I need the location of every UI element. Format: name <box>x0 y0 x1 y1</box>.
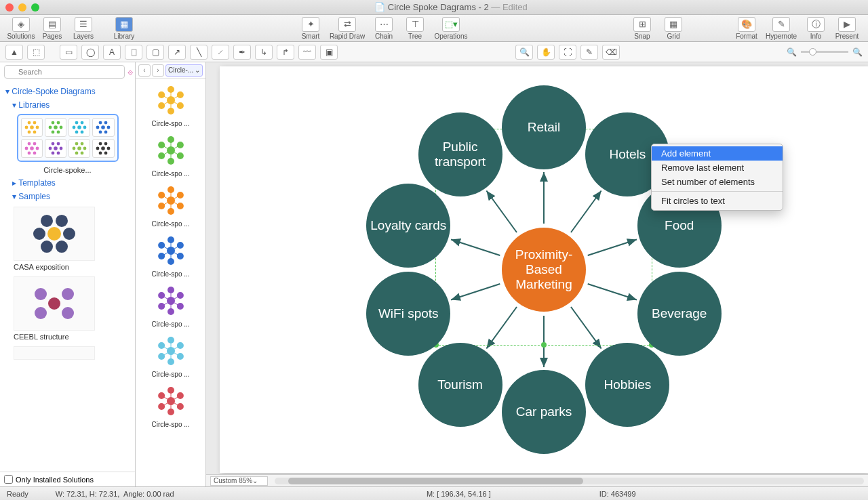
library-item[interactable]: Circle-spo ... <box>136 332 205 378</box>
svg-point-39 <box>48 147 52 150</box>
outer-node-wifi-spots[interactable]: WiFi spots <box>366 272 450 356</box>
present-button[interactable]: ▶Present <box>833 17 861 40</box>
library-thumb-grid[interactable] <box>17 114 119 162</box>
horizontal-scrollbar[interactable] <box>275 478 864 484</box>
canvas[interactable]: Proximity- Based Marketing RetailHotelsF… <box>206 62 868 486</box>
text-tool[interactable]: A <box>103 45 121 60</box>
chain-button[interactable]: ⋯Chain <box>370 17 398 40</box>
svg-point-72 <box>176 91 183 98</box>
format-button[interactable]: 🎨Format <box>732 17 761 40</box>
snap-button[interactable]: ⊞Snap <box>628 17 656 40</box>
outer-node-hobbies[interactable]: Hobbies <box>585 343 669 427</box>
ctx-fit-circles[interactable]: Fit circles to text <box>652 194 783 208</box>
library-item[interactable]: Circle-spo ... <box>136 382 205 428</box>
zoom-window-button[interactable] <box>31 3 39 12</box>
sample-ceebl[interactable]: CEEBL structure <box>14 276 130 341</box>
outer-node-loyalty-cards[interactable]: Loyalty cards <box>366 184 450 268</box>
svg-point-12 <box>51 121 54 125</box>
zoom-select[interactable]: Custom 85% ⌄ <box>210 476 268 486</box>
arrow-tool[interactable]: ↗ <box>168 45 186 60</box>
callout-tool[interactable]: ▢ <box>146 45 164 60</box>
ctx-set-number[interactable]: Set number of elements <box>652 175 783 189</box>
zoom-out-icon[interactable]: 🔍 <box>787 47 797 57</box>
svg-point-24 <box>99 131 102 134</box>
outer-node-public-transport[interactable]: Public transport <box>418 112 502 196</box>
stamp-tool[interactable]: ⛶ <box>559 45 576 60</box>
eyedropper-tool[interactable]: ✎ <box>580 45 598 60</box>
svg-point-8 <box>59 126 62 129</box>
zoom-slider[interactable]: 🔍 🔍 <box>787 47 863 57</box>
rapid-draw-icon: ⇄ <box>338 17 356 32</box>
layers-button[interactable]: ☰Layers <box>69 17 98 40</box>
operations-icon: ⬚▾ <box>442 17 460 32</box>
minimize-window-button[interactable] <box>18 3 26 12</box>
hand-tool[interactable]: ✋ <box>537 45 555 60</box>
eraser-tool[interactable]: ⌫ <box>602 45 620 60</box>
magnify-tool[interactable]: 🔍 <box>515 45 533 60</box>
smart-button[interactable]: ✦Smart <box>296 17 325 40</box>
solutions-button[interactable]: ◈Solutions <box>7 17 35 40</box>
tree-root[interactable]: ▾ Circle-Spoke Diagrams <box>5 87 130 96</box>
svg-point-93 <box>158 142 165 148</box>
crop-tool[interactable]: ▣ <box>320 45 338 60</box>
connector2-tool[interactable]: ↱ <box>277 45 294 60</box>
pages-button[interactable]: ▤Pages <box>38 17 66 40</box>
tree-samples[interactable]: ▾ Samples <box>12 192 130 201</box>
ellipse-tool[interactable]: ◯ <box>81 45 99 60</box>
svg-point-34 <box>33 142 36 146</box>
library-button[interactable]: ▦Library <box>110 17 138 40</box>
svg-point-70 <box>167 86 174 93</box>
zoom-in-icon[interactable]: 🔍 <box>852 47 863 57</box>
context-menu: Add element Remove last element Set numb… <box>651 144 783 211</box>
library-item[interactable]: Circle-spo ... <box>136 131 205 178</box>
freehand-tool[interactable]: 〰 <box>298 45 316 60</box>
grid-button[interactable]: ▦Grid <box>659 17 688 40</box>
curve-tool[interactable]: ⟋ <box>212 45 229 60</box>
search-input[interactable] <box>4 65 125 79</box>
lib-back-button[interactable]: ‹ <box>138 64 151 77</box>
library-item[interactable]: Circle-spo ... <box>136 182 205 228</box>
lib-selector[interactable]: Circle-...⌄ <box>165 64 203 77</box>
ctx-add-element[interactable]: Add element <box>652 146 783 161</box>
tree-libraries[interactable]: ▾ Libraries <box>12 100 130 110</box>
svg-point-19 <box>75 121 79 125</box>
rapid-draw-button[interactable]: ⇄Rapid Draw <box>328 17 367 40</box>
line-tool[interactable]: ╲ <box>190 45 208 60</box>
outer-node-beverage[interactable]: Beverage <box>637 272 722 356</box>
outer-node-tourism[interactable]: Tourism <box>418 343 502 427</box>
svg-point-104 <box>158 203 165 209</box>
pen-tool[interactable]: ✒ <box>233 45 251 60</box>
outer-node-retail[interactable]: Retail <box>502 85 586 169</box>
marquee-tool[interactable]: ⬚ <box>27 45 45 60</box>
tree-icon: ⊤ <box>406 17 424 32</box>
center-node[interactable]: Proximity- Based Marketing <box>502 228 586 312</box>
svg-point-83 <box>167 136 174 143</box>
pointer-tool[interactable]: ▲ <box>5 45 23 60</box>
textbox-tool[interactable]: ⎕ <box>125 45 142 60</box>
tree-templates[interactable]: ▸ Templates <box>12 178 130 188</box>
library-item[interactable]: Circle-spo ... <box>136 282 205 328</box>
rect-tool[interactable]: ▭ <box>60 45 77 60</box>
sample-casa[interactable]: CASA exposition <box>14 207 130 271</box>
svg-point-124 <box>176 292 183 299</box>
pin-icon[interactable]: ⟐ <box>127 66 133 77</box>
svg-point-37 <box>56 152 60 155</box>
circle-spoke-diagram[interactable]: Proximity- Based Marketing RetailHotelsF… <box>347 73 741 466</box>
close-window-button[interactable] <box>5 3 14 12</box>
hypernote-button[interactable]: ✎Hypernote <box>764 17 799 40</box>
connector-tool[interactable]: ↳ <box>255 45 273 60</box>
svg-point-85 <box>176 142 183 148</box>
lib-fwd-button[interactable]: › <box>152 64 164 77</box>
ctx-separator <box>652 191 783 192</box>
sample-extra[interactable] <box>14 346 130 360</box>
only-installed-checkbox[interactable] <box>4 475 13 484</box>
tree-button[interactable]: ⊤Tree <box>401 17 429 40</box>
info-button[interactable]: ⓘInfo <box>802 17 830 40</box>
operations-button[interactable]: ⬚▾Operations <box>432 17 470 40</box>
ctx-remove-last[interactable]: Remove last element <box>652 161 783 175</box>
library-item[interactable]: Circle-spo ... <box>136 232 205 278</box>
outer-node-car-parks[interactable]: Car parks <box>502 370 586 454</box>
library-item[interactable]: Circle-spo ... <box>136 81 205 127</box>
svg-point-115 <box>167 258 174 265</box>
svg-point-143 <box>158 353 165 360</box>
